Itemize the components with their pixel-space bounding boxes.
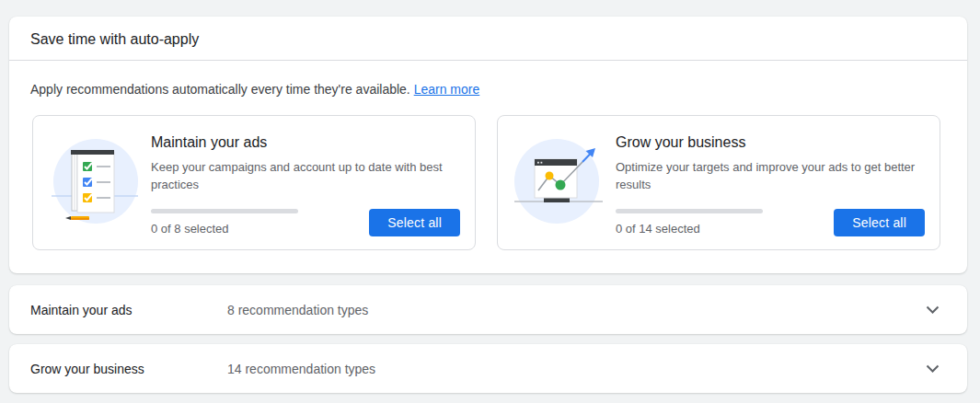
learn-more-link[interactable]: Learn more	[414, 82, 480, 97]
checklist-illustration-icon	[48, 137, 140, 229]
section-title: Grow your business	[30, 362, 227, 376]
panel-description-text: Apply recommendations automatically ever…	[30, 82, 410, 97]
progress-bar	[616, 209, 763, 213]
auto-apply-panel: Save time with auto-apply Apply recommen…	[9, 17, 967, 273]
panel-title: Save time with auto-apply	[9, 17, 967, 60]
card-content: Grow your business Optimize your targets…	[616, 129, 925, 236]
category-cards-row: Maintain your ads Keep your campaigns an…	[9, 98, 967, 273]
panel-description: Apply recommendations automatically ever…	[9, 61, 967, 98]
section-maintain-your-ads[interactable]: Maintain your ads 8 recommendation types	[9, 285, 967, 334]
card-title: Grow your business	[616, 132, 925, 152]
section-title: Maintain your ads	[30, 303, 227, 317]
card-description: Keep your campaigns and account up to da…	[151, 158, 460, 193]
selected-count-label: 0 of 14 selected	[616, 222, 763, 236]
card-footer: 0 of 14 selected Select all	[616, 209, 925, 236]
progress-bar	[151, 209, 298, 213]
select-all-button[interactable]: Select all	[834, 209, 925, 236]
section-subtitle: 14 recommendation types	[227, 362, 926, 376]
section-subtitle: 8 recommendation types	[227, 303, 926, 317]
card-description: Optimize your targets and improve your a…	[616, 158, 925, 193]
select-all-button[interactable]: Select all	[369, 209, 460, 236]
chevron-down-icon[interactable]	[926, 364, 940, 374]
maintain-your-ads-card: Maintain your ads Keep your campaigns an…	[32, 115, 476, 250]
growth-chart-illustration-icon	[513, 137, 605, 229]
selection-status: 0 of 14 selected	[616, 209, 763, 236]
chevron-down-icon[interactable]	[926, 305, 940, 315]
card-content: Maintain your ads Keep your campaigns an…	[151, 129, 460, 236]
card-footer: 0 of 8 selected Select all	[151, 209, 460, 236]
grow-your-business-card: Grow your business Optimize your targets…	[497, 115, 940, 250]
card-title: Maintain your ads	[151, 132, 460, 152]
section-grow-your-business[interactable]: Grow your business 14 recommendation typ…	[9, 344, 967, 393]
selection-status: 0 of 8 selected	[151, 209, 298, 236]
selected-count-label: 0 of 8 selected	[151, 222, 298, 236]
